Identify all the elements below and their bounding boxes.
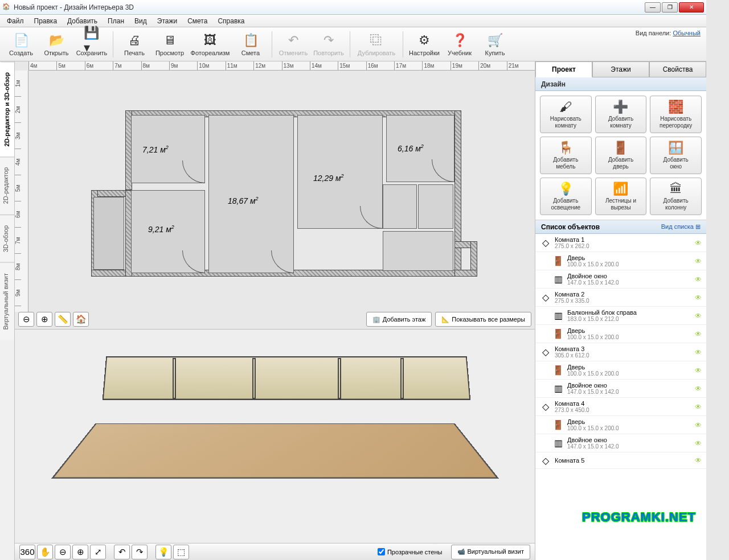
left-tab-vv[interactable]: Виртуальный визит (0, 262, 14, 340)
left-tab-v3d[interactable]: 3D-обзор (0, 215, 14, 262)
object-item[interactable]: ◇Комната 4273.0 x 450.0👁 (535, 398, 706, 416)
visibility-icon[interactable]: 👁 (695, 239, 702, 247)
bottom-btn[interactable]: ↶ (114, 545, 130, 559)
menu-Справка[interactable]: Справка (213, 16, 249, 26)
object-item[interactable]: 🚪Дверь100.0 x 15.0 x 200.0👁 (535, 325, 706, 343)
menu-Файл[interactable]: Файл (2, 16, 28, 26)
design-btn[interactable]: 💡Добавитьосвещение (540, 178, 592, 215)
design-btn[interactable]: 🏛Добавитьколонну (650, 178, 702, 215)
room-area[interactable] (383, 184, 417, 229)
menu-Смета[interactable]: Смета (183, 16, 212, 26)
right-tab-1[interactable]: Этажи (592, 61, 649, 77)
design-btn[interactable]: 🚪Добавитьдверь (595, 137, 647, 174)
object-item[interactable]: ▥Балконный блок справа183.0 x 15.0 x 212… (535, 307, 706, 325)
toolbar-tutorial[interactable]: ❓Учебник (443, 29, 476, 60)
menu-План[interactable]: План (103, 16, 129, 26)
design-btn[interactable]: 🖌Нарисоватькомнату (540, 96, 592, 133)
bottom-btn[interactable]: ⤢ (90, 545, 106, 559)
toolbar-estimate[interactable]: 📋Смета (234, 29, 267, 60)
visibility-icon[interactable]: 👁 (695, 367, 702, 374)
bottom-btn[interactable]: ⊖ (55, 545, 71, 559)
design-btn[interactable]: 📶Лестницы ивырезы (595, 178, 647, 215)
panel-mode-link[interactable]: Обычный (673, 30, 701, 36)
right-tab-0[interactable]: Проект (535, 61, 592, 77)
visibility-icon[interactable]: 👁 (695, 294, 702, 302)
bottom-btn[interactable]: ↷ (132, 545, 148, 559)
bottom-btn[interactable]: ✋ (37, 545, 53, 559)
toolbar-new[interactable]: 📄Создать (5, 29, 38, 60)
toolbar-settings[interactable]: ⚙Настройки (408, 29, 441, 60)
window-icon: ▥ (552, 383, 564, 394)
room-icon: ◇ (540, 292, 551, 303)
floorplan[interactable]: 7,21 м218,67 м212,29 м26,16 м29,21 м2 (97, 110, 478, 293)
toolbar-preview[interactable]: 🖥Просмотр (153, 29, 186, 60)
menu-Правка[interactable]: Правка (30, 16, 62, 26)
close-button[interactable]: ✕ (679, 2, 704, 13)
object-item[interactable]: 🚪Дверь100.0 x 15.0 x 200.0👁 (535, 416, 706, 434)
bottom-btn[interactable]: 360 (19, 545, 35, 559)
preview-icon: 🖥 (162, 32, 178, 48)
maximize-button[interactable]: ❐ (662, 2, 678, 13)
menu-Этажи[interactable]: Этажи (153, 16, 182, 26)
design-btn[interactable]: 🪟Добавитьокно (650, 137, 702, 174)
visibility-icon[interactable]: 👁 (695, 312, 702, 320)
object-item[interactable]: ◇Комната 3305.0 x 612.0👁 (535, 343, 706, 361)
plan-canvas[interactable]: 7,21 м218,67 м212,29 м26,16 м29,21 м2 (28, 71, 535, 312)
menu-Вид[interactable]: Вид (130, 16, 151, 26)
bottom-btn[interactable]: ⬚ (173, 545, 189, 559)
visibility-icon[interactable]: 👁 (695, 403, 702, 411)
toolbar-print[interactable]: 🖨Печать (118, 29, 151, 60)
design-btn[interactable]: 🧱Нарисоватьперегородку (650, 96, 702, 133)
object-item[interactable]: 🚪Дверь100.0 x 15.0 x 200.0👁 (535, 252, 706, 270)
object-item[interactable]: ◇Комната 5👁 (535, 452, 706, 469)
toolbar-open[interactable]: 📂Открыть (40, 29, 73, 60)
visibility-icon[interactable]: 👁 (695, 421, 702, 429)
zoom-in-button[interactable]: ⊕ (36, 312, 52, 327)
visibility-icon[interactable]: 👁 (695, 257, 702, 265)
right-tab-2[interactable]: Свойства (649, 61, 706, 77)
object-item[interactable]: 🚪Дверь100.0 x 15.0 x 200.0👁 (535, 361, 706, 380)
object-item[interactable]: ◇Комната 1275.0 x 262.0👁 (535, 234, 706, 252)
visibility-icon[interactable]: 👁 (695, 456, 702, 464)
visibility-icon[interactable]: 👁 (695, 330, 702, 338)
object-item[interactable]: ◇Комната 2275.0 x 335.0👁 (535, 289, 706, 307)
bottom-btn[interactable]: ⊕ (72, 545, 88, 559)
list-view-toggle[interactable]: Вид списка ⊞ (661, 223, 701, 230)
visibility-icon[interactable]: 👁 (695, 385, 702, 393)
balcony[interactable] (93, 197, 124, 270)
right-panel: ПроектЭтажиСвойства Дизайн 🖌Нарисоватько… (535, 61, 706, 560)
left-tab-both[interactable]: 2D-редактор и 3D-обзор (0, 61, 14, 157)
toolbar-save[interactable]: 💾 ▾Сохранить (75, 29, 108, 60)
visibility-icon[interactable]: 👁 (695, 275, 702, 283)
room-area[interactable] (383, 231, 453, 271)
design-btn[interactable]: 🪑Добавитьмебель (540, 137, 592, 174)
room-area[interactable] (208, 115, 294, 273)
object-list[interactable]: ◇Комната 1275.0 x 262.0👁🚪Дверь100.0 x 15… (535, 234, 706, 560)
virtual-visit-button[interactable]: 📹 Виртуальный визит (451, 545, 530, 559)
plan-2d-view[interactable]: 4м5м6м7м8м9м10м11м12м13м14м15м16м17м18м1… (15, 61, 535, 329)
add-floor-button[interactable]: 🏢 Добавить этаж (366, 312, 432, 327)
toolbar-photoreal[interactable]: 🖼Фотореализм (189, 29, 232, 60)
menu-Добавить[interactable]: Добавить (63, 16, 102, 26)
transparent-walls-checkbox[interactable]: Прозрачные стены (378, 548, 442, 555)
zoom-out-button[interactable]: ⊖ (18, 312, 34, 327)
toolbar-buy[interactable]: 🛒Купить (478, 29, 511, 60)
visibility-icon[interactable]: 👁 (695, 348, 702, 356)
bottom-btn[interactable]: 💡 (155, 545, 171, 559)
design-btn[interactable]: ➕Добавитькомнату (595, 96, 647, 133)
view-3d[interactable] (15, 329, 535, 543)
object-item[interactable]: ▥Двойное окно147.0 x 15.0 x 142.0👁 (535, 434, 706, 452)
show-dimensions-button[interactable]: 📐 Показывать все размеры (435, 312, 531, 327)
measure-button[interactable]: 📏 (55, 312, 71, 327)
home-button[interactable]: 🏠 (73, 312, 89, 327)
room-area[interactable] (418, 184, 453, 229)
center-panel: 4м5м6м7м8м9м10м11м12м13м14м15м16м17м18м1… (15, 61, 535, 560)
minimize-button[interactable]: — (645, 2, 661, 13)
left-tab-ed2d[interactable]: 2D-редактор (0, 157, 14, 214)
toolbar-redo: ↷Повторить (312, 29, 345, 60)
object-item[interactable]: ▥Двойное окно147.0 x 15.0 x 142.0👁 (535, 270, 706, 289)
visibility-icon[interactable]: 👁 (695, 439, 702, 447)
window-icon: ▥ (552, 274, 564, 285)
object-item[interactable]: ▥Двойное окно147.0 x 15.0 x 142.0👁 (535, 380, 706, 398)
room-icon: ◇ (540, 455, 551, 466)
